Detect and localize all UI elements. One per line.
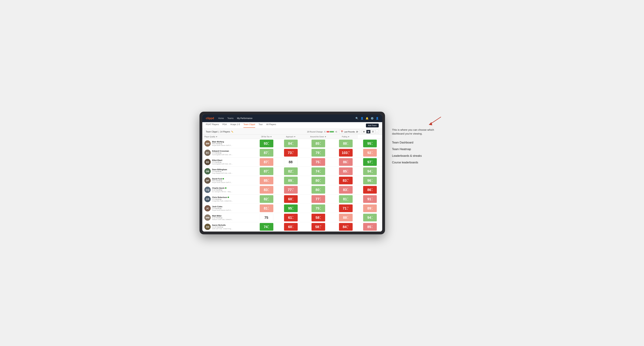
tab-hcaps[interactable]: Hcaps 1-5 — [230, 123, 240, 128]
cell-off_tee: 95 8 ▲ — [278, 204, 303, 213]
avatar-icon[interactable]: 👤 — [376, 117, 379, 120]
person-icon[interactable]: 👤 — [360, 117, 364, 120]
score-box: 89 2 ▼ — [363, 204, 377, 212]
cell-off_tee: 82 4 ▲ — [278, 167, 303, 176]
score-box: 88 — [284, 158, 298, 166]
tab-all-players[interactable]: All Players — [266, 123, 276, 128]
score-change: 3 ▲ — [372, 216, 373, 219]
score-value: 88 — [289, 160, 292, 164]
score-box: 77 14 ▼ — [284, 186, 298, 194]
cell-approach: 79 9 ▲ — [303, 148, 334, 158]
last-rounds-icon: 📅 — [341, 131, 343, 133]
score-box: 93 9 ▲ — [260, 140, 273, 147]
table-row: JC Josh Coles 1-5 Handicap Royal North D… — [202, 204, 382, 213]
player-name: David Ford — [212, 178, 253, 180]
score-value: 79 — [316, 151, 320, 155]
nav-bar: clippd Home Teams My Performance 🔍 👤 🔔 ⚙… — [202, 114, 382, 122]
tab-tour[interactable]: Tour — [259, 123, 263, 128]
score-box: 71 11 ▼ — [339, 204, 352, 212]
score-box: 80 1 ▲ — [312, 186, 325, 194]
score-box: 87 1 ▲ — [260, 149, 273, 157]
search-icon[interactable]: 🔍 — [356, 117, 358, 120]
annotation-item-heatmap: Team Heatmap — [392, 148, 444, 151]
team-header: Team Clippd | 14 Players ✏️ 20 Round Cha… — [202, 129, 382, 135]
team-header-right: 20 Round Change -5 +5 📅 Last Rounds: 20 — [307, 130, 379, 134]
score-change: 3 ▼ — [372, 197, 373, 201]
sub-nav-links: PGAT Players PGA Hcaps 1-5 Team Clippd T… — [206, 123, 366, 128]
player-avatar: EE — [204, 159, 211, 165]
header-row: Player Quality ▼ Off the Tee ▼ Approach … — [202, 135, 382, 139]
annotation-item-dashboard: Team Dashboard — [392, 141, 444, 144]
score-change: 11 ▼ — [292, 151, 294, 155]
player-cell[interactable]: MM Matt Miller 6-10 Handicap Woburn Golf… — [202, 213, 254, 222]
score-change: 7 ▲ — [292, 178, 294, 182]
view-download-button[interactable]: ↓ — [376, 130, 379, 134]
last-rounds-button[interactable]: 📅 Last Rounds: 20 — [339, 130, 360, 134]
score-value: 58 — [315, 225, 319, 229]
player-name: Matt Miller — [212, 215, 253, 217]
score-value: 95 — [288, 206, 292, 210]
player-name: Elliot Ebert — [212, 159, 253, 161]
table-row: AN Aaron Nicholls 11-15 Handicap Drift G… — [202, 222, 382, 231]
nav-teams[interactable]: Teams — [227, 117, 234, 120]
score-value: 85 — [316, 142, 320, 146]
player-cell[interactable]: CR Chris Robertson 1-5 Handicap Craigmil… — [202, 194, 254, 204]
annotation-arrow — [392, 115, 444, 126]
col-off-tee[interactable]: Off the Tee ▼ — [254, 135, 278, 139]
cell-approach: 58 10 ▲ — [303, 222, 334, 231]
score-box: 88 1 ▼ — [339, 140, 352, 147]
player-cell[interactable]: EC Edward Crossman 1-5 Handicap Sunningd… — [202, 148, 254, 158]
score-box: 58 4 ▲ — [312, 214, 325, 221]
score-box: 58 10 ▲ — [312, 223, 325, 231]
player-cell[interactable]: DF David Ford Plus Handicap Royal North … — [202, 176, 254, 185]
cell-player_quality: 87 1 ▲ — [254, 148, 278, 158]
score-change: 2 ▼ — [347, 216, 348, 219]
round-change: 20 Round Change -5 +5 — [307, 131, 337, 133]
score-change: 6 ▼ — [347, 160, 348, 164]
player-info: Dave Billingham 1-5 Handicap Gog Magog G… — [212, 169, 253, 174]
score-value: 85 — [367, 225, 371, 229]
view-heatmap-button[interactable]: ▦ — [366, 130, 370, 134]
score-change: 2 ▼ — [372, 206, 373, 210]
score-value: 87 — [264, 151, 268, 155]
tab-team-clippd[interactable]: Team Clippd — [244, 123, 255, 128]
team-name: Team Clippd — [206, 131, 218, 133]
annotation-list: Team Dashboard Team Heatmap Leaderboards… — [392, 141, 444, 164]
player-cell[interactable]: EE Elliot Ebert 1-5 Handicap Sunningdale… — [202, 158, 254, 167]
bell-icon[interactable]: 🔔 — [366, 117, 368, 120]
score-box: 81 3 ▼ — [260, 204, 273, 212]
player-cell[interactable]: AN Aaron Nicholls 11-15 Handicap Drift G… — [202, 222, 254, 231]
col-around-green[interactable]: Around the Green ▼ — [303, 135, 334, 139]
col-player-quality[interactable]: Player Quality ▼ — [202, 135, 254, 139]
nav-home[interactable]: Home — [218, 117, 224, 120]
score-box: 61 3 ▼ — [284, 214, 298, 221]
score-value: 94 — [367, 169, 371, 173]
tab-pga[interactable]: PGA — [222, 123, 227, 128]
player-cell[interactable]: DB Dave Billingham 1-5 Handicap Gog Mago… — [202, 167, 254, 176]
player-name: Edward Crossman — [212, 150, 253, 152]
score-change: 3 ▼ — [268, 160, 269, 164]
score-change: 3 ▼ — [292, 216, 294, 219]
score-box: 103 15 ▲ — [339, 149, 352, 157]
player-info: Aaron Nicholls 11-15 Handicap Drift Golf… — [212, 224, 253, 230]
col-approach[interactable]: Approach ▼ — [278, 135, 303, 139]
score-change: 1 ▲ — [320, 169, 321, 173]
tab-pgat-players[interactable]: PGAT Players — [206, 123, 219, 128]
score-change: 1 ▲ — [268, 151, 269, 155]
score-box: 83 10 ▼ — [339, 177, 352, 184]
nav-my-performance[interactable]: My Performance — [237, 117, 252, 120]
edit-icon[interactable]: ✏️ — [231, 131, 233, 133]
score-box: 94 1 ▲ — [363, 168, 377, 175]
player-cell[interactable]: JC Josh Coles 1-5 Handicap Royal North D… — [202, 204, 254, 213]
view-grid-button[interactable]: ⊞ — [362, 130, 366, 134]
score-box: 94 3 ▲ — [363, 214, 377, 221]
player-avatar: BM — [204, 140, 211, 147]
col-putting[interactable]: Putting ▼ — [334, 135, 358, 139]
view-list-button[interactable]: ☰ — [371, 130, 375, 134]
score-box: 86 6 ▼ — [339, 158, 352, 166]
add-team-button[interactable]: Add Team — [366, 124, 379, 127]
player-cell[interactable]: BM Blair McHarg Plus Handicap Royal Nort… — [202, 139, 254, 148]
score-box: 86 8 ▼ — [363, 186, 377, 194]
player-cell[interactable]: CQ Charlie Quick 6-10 Handicap St. Georg… — [202, 185, 254, 194]
settings-icon[interactable]: ⚙️ — [371, 117, 374, 120]
